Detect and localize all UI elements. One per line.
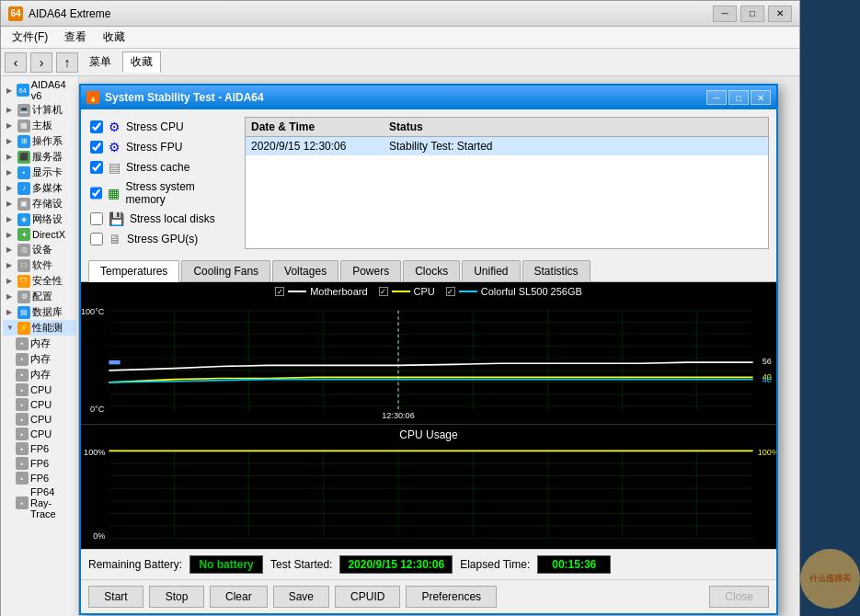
main-title: AIDA64 Extreme [29,7,110,20]
tab-unified[interactable]: Unified [462,260,520,281]
sidebar-label-mem3: 内存 [30,368,51,382]
preferences-button[interactable]: Preferences [406,586,497,608]
sidebar-item-server[interactable]: ▶ ⬛ 服务器 [3,149,76,165]
menu-file[interactable]: 文件(F) [5,28,55,47]
sidebar-item-mem2[interactable]: ▪ 内存 [3,351,76,367]
sidebar-item-benchmark[interactable]: ▼ ⚡ 性能测 [3,320,76,336]
dialog-title-left: 🔥 System Stability Test - AIDA64 [86,91,264,104]
menu-favorites[interactable]: 收藏 [96,28,132,47]
sidebar-item-multimedia[interactable]: ▶ ♪ 多媒体 [3,180,76,196]
dialog-title: System Stability Test - AIDA64 [105,91,264,104]
stress-memory-checkbox[interactable] [90,187,102,200]
sidebar-label-fp2: FP6 [30,458,49,469]
sidebar-item-security[interactable]: ▶ 🛡 安全性 [3,273,76,289]
maximize-button[interactable]: □ [740,6,764,22]
sidebar-item-cpu1[interactable]: ▪ CPU [3,382,76,397]
minimize-button[interactable]: ─ [713,6,737,22]
clear-button[interactable]: Clear [210,586,268,608]
stress-cache-checkbox[interactable] [90,161,103,174]
benchmark-icon: ⚡ [17,322,30,335]
sidebar-item-label: AIDA64 v6 [31,79,73,101]
svg-text:100%: 100% [758,447,776,456]
stress-memory-label: Stress system memory [125,180,234,206]
sidebar-label-fp3: FP6 [30,473,49,484]
sidebar-item-devices[interactable]: ▶ ◎ 设备 [3,242,76,257]
sidebar-item-os[interactable]: ▶ ⊞ 操作系 [3,133,76,149]
mem3-icon: ▪ [16,369,29,382]
close-button[interactable]: ✕ [768,6,792,22]
sidebar-item-aida64[interactable]: ▶ 64 AIDA64 v6 [3,78,76,102]
ssd-checkbox[interactable]: ✓ [446,287,455,296]
ssd-color [459,291,477,292]
tab-voltages[interactable]: Voltages [272,260,338,281]
sidebar-item-fp64-raytrace[interactable]: ▪ FP64 Ray-Trace [3,485,76,520]
sidebar-item-fp2[interactable]: ▪ FP6 [3,456,76,471]
svg-text:100°C: 100°C [81,306,105,316]
temperature-svg: 100°C 0°C 56 40 [81,301,776,420]
tabs-bar: Temperatures Cooling Fans Voltages Power… [81,257,776,282]
dialog-titlebar: 🔥 System Stability Test - AIDA64 ─ □ ✕ [81,86,776,109]
up-button[interactable]: ↑ [56,52,78,73]
tab-cooling-fans[interactable]: Cooling Fans [181,260,270,281]
dialog-maximize-button[interactable]: □ [728,90,749,105]
sidebar-item-storage[interactable]: ▶ ▣ 存储设 [3,196,76,211]
dialog-close-button[interactable]: ✕ [751,90,771,105]
stress-fpu-checkbox[interactable] [90,141,103,154]
mb-checkbox[interactable]: ✓ [275,287,284,296]
sidebar-item-mem3[interactable]: ▪ 内存 [3,367,76,382]
stress-disks-checkbox[interactable] [90,212,103,225]
sidebar-label-network: 网络设 [32,212,63,226]
sidebar-item-cpu4[interactable]: ▪ CPU [3,427,76,441]
sidebar-item-computer[interactable]: ▶ 💻 计算机 [3,102,76,118]
sidebar-item-software[interactable]: ▶ □ 软件 [3,257,76,273]
sidebar-label-fp1: FP6 [30,443,49,454]
menu-view[interactable]: 查看 [57,28,94,47]
test-started-value: 2020/9/15 12:30:06 [339,555,453,574]
legend-ssd[interactable]: ✓ Colorful SL500 256GB [446,286,582,297]
legend-motherboard[interactable]: ✓ Motherboard [275,286,367,297]
sidebar-item-directx[interactable]: ▶ ✦ DirectX [3,227,76,242]
sidebar-item-config[interactable]: ▶ ⚙ 配置 [3,289,76,304]
forward-button[interactable]: › [30,52,52,73]
elapsed-time-value: 00:15:36 [537,555,611,574]
stop-button[interactable]: Stop [149,586,204,608]
svg-text:56: 56 [763,356,772,366]
svg-text:0°C: 0°C [90,404,104,414]
checkbox-stress-cache: ▤ Stress cache [88,157,235,177]
tab-temperatures[interactable]: Temperatures [88,260,179,282]
sidebar-item-display[interactable]: ▶ ▪ 显示卡 [3,165,76,180]
sidebar-item-fp1[interactable]: ▪ FP6 [3,441,76,456]
sidebar-item-cpu2[interactable]: ▪ CPU [3,397,76,412]
config-icon: ⚙ [17,291,30,303]
sidebar-item-network[interactable]: ▶ ◈ 网络设 [3,211,76,227]
software-icon: □ [17,259,30,272]
dialog-minimize-button[interactable]: ─ [706,90,727,105]
devices-icon: ◎ [17,244,30,257]
tab-clocks[interactable]: Clocks [403,260,460,281]
sidebar-item-mainboard[interactable]: ▶ ▦ 主板 [3,118,76,133]
stress-gpu-checkbox[interactable] [90,233,103,245]
stress-gpu-label: Stress GPU(s) [127,233,198,245]
cpu3-icon: ▪ [16,413,29,426]
legend-cpu[interactable]: ✓ CPU [379,286,435,297]
nav-menu-label[interactable]: 菜单 [82,52,119,72]
cpu-checkbox[interactable]: ✓ [379,287,388,296]
start-button[interactable]: Start [88,586,143,608]
cpuid-button[interactable]: CPUID [335,586,400,608]
sidebar-item-database[interactable]: ▶ ▤ 数据库 [3,304,76,320]
col-header-datetime: Date & Time [251,120,389,133]
sidebar-label-cpu1: CPU [30,384,52,395]
nav-favorites-label[interactable]: 收藏 [122,51,161,73]
save-button[interactable]: Save [273,586,329,608]
sidebar-item-mem1[interactable]: ▪ 内存 [3,336,76,351]
checkbox-stress-cpu: ⚙ Stress CPU [88,117,235,137]
server-icon: ⬛ [17,151,30,164]
sidebar-item-cpu3[interactable]: ▪ CPU [3,412,76,427]
back-button[interactable]: ‹ [5,52,27,73]
stress-cpu-checkbox[interactable] [90,120,103,133]
battery-label: Remaining Battery: [88,558,182,571]
tab-powers[interactable]: Powers [340,260,401,281]
sidebar-item-fp3[interactable]: ▪ FP6 [3,471,76,485]
close-dialog-button[interactable]: Close [709,586,769,608]
tab-statistics[interactable]: Statistics [522,260,591,281]
